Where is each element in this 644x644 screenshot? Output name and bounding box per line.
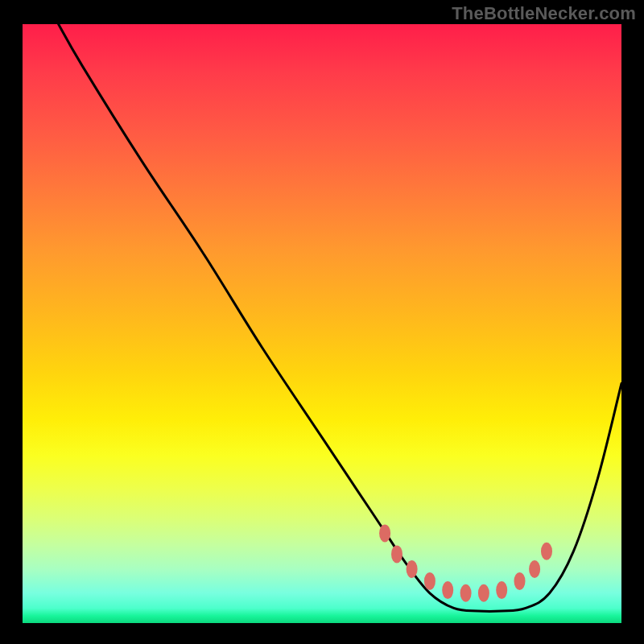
plot-area xyxy=(23,24,621,623)
attribution-label: TheBottleNecker.com xyxy=(452,3,636,24)
highlight-dot xyxy=(391,545,402,563)
curve-layer xyxy=(23,24,621,623)
highlight-dot xyxy=(442,581,453,599)
highlight-dot xyxy=(514,572,526,590)
highlight-dot xyxy=(407,560,418,578)
highlight-dot xyxy=(529,560,540,578)
highlight-dot xyxy=(478,584,489,602)
chart-frame: TheBottleNecker.com xyxy=(0,0,644,644)
highlight-dot xyxy=(379,524,390,542)
highlight-dot xyxy=(424,572,436,590)
highlight-dot xyxy=(496,581,507,599)
highlight-dot xyxy=(460,584,472,602)
bottleneck-curve xyxy=(59,24,621,612)
highlight-dot xyxy=(541,543,552,560)
